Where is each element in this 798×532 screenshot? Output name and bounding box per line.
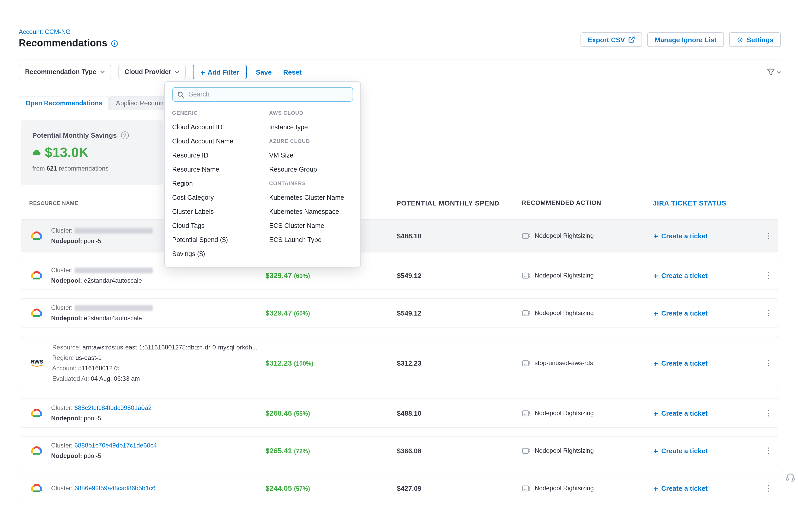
- nodepool-label: Nodepool:: [51, 315, 82, 322]
- search-input[interactable]: [188, 90, 348, 99]
- reset-filter-button[interactable]: Reset: [281, 68, 304, 76]
- row-menu-button[interactable]: ⋮: [760, 308, 778, 318]
- cluster-label: Cluster:: [51, 227, 73, 234]
- recommendation-type-dropdown[interactable]: Recommendation Type: [19, 65, 111, 79]
- add-filter-dropdown: GENERIC Cloud Account ID Cloud Account N…: [164, 81, 361, 268]
- export-csv-button[interactable]: Export CSV: [580, 32, 642, 47]
- table-row[interactable]: Cluster: Nodepool: pool-5 $488.10 Nodepo…: [21, 219, 778, 252]
- spend-value: $549.12: [397, 309, 522, 317]
- gcp-icon: [30, 270, 43, 281]
- table-row[interactable]: Cluster: Nodepool: e2standar4autoscale $…: [21, 261, 778, 290]
- resource-value: arn:aws:rds:us-east-1:511616801275:db:zn…: [82, 344, 258, 351]
- rightsizing-icon: [522, 360, 530, 366]
- nodepool-value: pool-5: [84, 415, 101, 422]
- filter-funnel-button[interactable]: [767, 68, 781, 76]
- rightsizing-icon: [522, 272, 530, 279]
- cluster-link[interactable]: 6888b1c70e49db17c1de60c4: [74, 442, 157, 449]
- settings-label: Settings: [747, 36, 774, 43]
- potential-monthly-savings-card: Potential Monthly Savings ? $13.0K from …: [21, 120, 163, 185]
- table-row[interactable]: Cluster: 6886e92f59a48cad86b5b1c6 $244.0…: [21, 474, 778, 502]
- cluster-label: Cluster:: [51, 304, 73, 311]
- savings-card-title: Potential Monthly Savings: [32, 131, 117, 139]
- savings-value: $244.05: [265, 484, 292, 492]
- header-potential-monthly-spend: POTENTIAL MONTHLY SPEND: [396, 199, 521, 207]
- tab-open-recommendations[interactable]: Open Recommendations: [19, 96, 109, 110]
- filter-option-ecs-launch-type[interactable]: ECS Launch Type: [269, 233, 353, 247]
- filter-option-ecs-cluster-name[interactable]: ECS Cluster Name: [269, 218, 353, 233]
- savings-percent: (72%): [294, 448, 310, 454]
- cluster-label: Cluster:: [51, 404, 73, 412]
- cluster-link[interactable]: 688c2fefc84fbdc99801a0a2: [74, 404, 152, 412]
- create-ticket-button[interactable]: +Create a ticket: [653, 271, 760, 280]
- search-icon: [177, 91, 184, 98]
- export-csv-label: Export CSV: [588, 36, 625, 43]
- filter-option-cluster-labels[interactable]: Cluster Labels: [172, 205, 269, 218]
- filter-option-kubernetes-cluster-name[interactable]: Kubernetes Cluster Name: [269, 190, 353, 205]
- filter-option-vm-size[interactable]: VM Size: [269, 148, 353, 162]
- nodepool-value: e2standar4autoscale: [84, 277, 142, 284]
- row-menu-button[interactable]: ⋮: [760, 358, 778, 368]
- filter-option-savings[interactable]: Savings ($): [172, 247, 269, 261]
- filter-option-potential-spend[interactable]: Potential Spend ($): [172, 233, 269, 247]
- filter-option-resource-name[interactable]: Resource Name: [172, 162, 269, 176]
- filter-option-cloud-account-id[interactable]: Cloud Account ID: [172, 120, 269, 134]
- manage-ignore-list-button[interactable]: Manage Ignore List: [647, 32, 724, 47]
- settings-button[interactable]: Settings: [729, 32, 781, 47]
- rightsizing-icon: [522, 485, 530, 492]
- filter-option-cost-category[interactable]: Cost Category: [172, 190, 269, 205]
- filter-option-cloud-tags[interactable]: Cloud Tags: [172, 218, 269, 233]
- create-ticket-button[interactable]: +Create a ticket: [653, 308, 760, 317]
- gcp-icon: [30, 230, 43, 241]
- filter-option-instance-type[interactable]: Instance type: [269, 120, 353, 134]
- create-ticket-button[interactable]: +Create a ticket: [653, 359, 760, 367]
- help-icon[interactable]: ?: [121, 131, 129, 139]
- table-row[interactable]: Cluster: 688c2fefc84fbdc99801a0a2 Nodepo…: [21, 398, 778, 428]
- row-menu-button[interactable]: ⋮: [760, 446, 778, 455]
- gcp-icon: [30, 483, 43, 494]
- savings-percent: (57%): [294, 486, 310, 492]
- create-ticket-button[interactable]: +Create a ticket: [653, 408, 760, 418]
- save-filter-button[interactable]: Save: [254, 68, 274, 76]
- gcp-icon: [30, 307, 43, 318]
- rightsizing-icon: [522, 232, 530, 239]
- nodepool-value: e2standar4autoscale: [84, 315, 142, 322]
- plus-icon: +: [653, 308, 658, 317]
- account-breadcrumb[interactable]: Account: CCM-NG: [19, 28, 71, 36]
- action-label: Nodepool Rightsizing: [535, 484, 594, 492]
- external-link-icon: [628, 37, 635, 43]
- row-menu-button[interactable]: ⋮: [760, 271, 778, 280]
- info-icon[interactable]: [111, 40, 118, 47]
- filter-option-region[interactable]: Region: [172, 176, 269, 190]
- dropdown-search-box[interactable]: [172, 87, 353, 102]
- create-ticket-button[interactable]: +Create a ticket: [653, 231, 760, 240]
- create-ticket-button[interactable]: +Create a ticket: [653, 446, 760, 455]
- filter-option-cloud-account-name[interactable]: Cloud Account Name: [172, 134, 269, 148]
- filter-option-resource-group[interactable]: Resource Group: [269, 162, 353, 176]
- filter-option-resource-id[interactable]: Resource ID: [172, 148, 269, 162]
- gcp-icon: [30, 407, 43, 419]
- spend-value: $427.09: [397, 484, 522, 492]
- action-label: Nodepool Rightsizing: [535, 272, 594, 279]
- savings-amount: $13.0K: [45, 145, 89, 160]
- add-filter-button[interactable]: + Add Filter: [193, 65, 246, 79]
- row-menu-button[interactable]: ⋮: [760, 483, 778, 493]
- filter-option-kubernetes-namespace[interactable]: Kubernetes Namespace: [269, 205, 353, 218]
- row-menu-button[interactable]: ⋮: [760, 408, 778, 418]
- cluster-link[interactable]: 6886e92f59a48cad86b5b1c6: [74, 484, 155, 492]
- table-row[interactable]: Cluster: Nodepool: e2standar4autoscale $…: [21, 298, 778, 327]
- create-ticket-button[interactable]: +Create a ticket: [653, 484, 760, 493]
- plus-icon: +: [200, 68, 205, 76]
- cloud-provider-dropdown[interactable]: Cloud Provider: [118, 65, 186, 79]
- spend-value: $312.23: [397, 359, 522, 367]
- group-heading-aws-cloud: AWS CLOUD: [269, 106, 353, 120]
- chevron-down-icon: [777, 71, 781, 73]
- savings-value: $329.47: [265, 309, 292, 317]
- row-menu-button[interactable]: ⋮: [760, 231, 778, 241]
- group-heading-azure-cloud: AZURE CLOUD: [269, 134, 353, 148]
- redacted-cluster-name: [74, 268, 153, 273]
- table-row[interactable]: Cluster: 6888b1c70e49db17c1de60c4 Nodepo…: [21, 436, 778, 465]
- app-root: Account: CCM-NG Recommendations Export C…: [0, 0, 798, 532]
- table-row[interactable]: aws Resource: arn:aws:rds:us-east-1:5116…: [21, 336, 778, 390]
- support-icon[interactable]: [785, 473, 795, 484]
- action-label: Nodepool Rightsizing: [535, 232, 594, 240]
